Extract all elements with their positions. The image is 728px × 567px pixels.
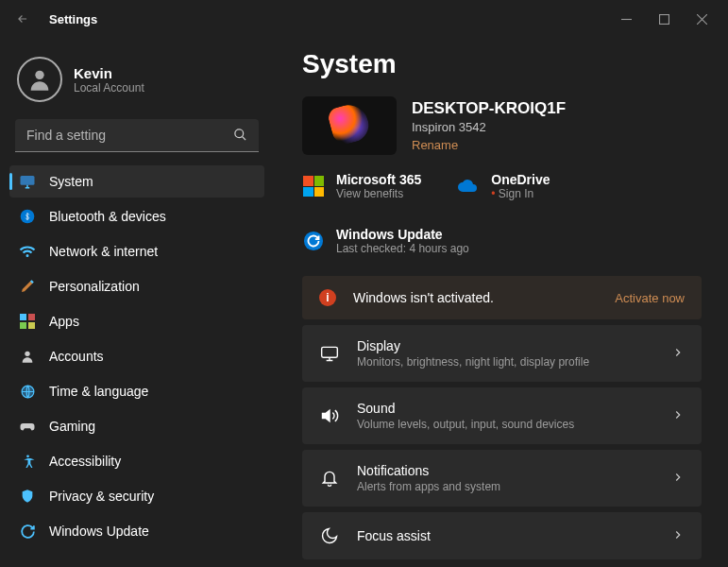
shield-icon xyxy=(19,488,36,505)
card-focus-assist[interactable]: Focus assist xyxy=(302,512,702,559)
nav-label: Time & language xyxy=(49,384,148,399)
nav-label: Accounts xyxy=(49,349,104,364)
page-title: System xyxy=(302,49,702,79)
monitor-icon xyxy=(19,173,36,190)
nav-label: Personalization xyxy=(49,279,140,294)
device-model: Inspiron 3542 xyxy=(412,120,566,134)
nav-list: System Bluetooth & devices Network & int… xyxy=(9,165,264,547)
search-input[interactable] xyxy=(15,119,259,152)
sidebar: Kevin Local Account System Bluetooth & d… xyxy=(0,38,274,567)
moon-icon xyxy=(319,525,340,546)
chevron-right-icon xyxy=(671,408,685,424)
nav-windows-update[interactable]: Windows Update xyxy=(9,515,264,547)
chevron-right-icon xyxy=(671,528,685,544)
card-notifications[interactable]: Notifications Alerts from apps and syste… xyxy=(302,450,702,507)
tile-windows-update[interactable]: Windows Update Last checked: 4 hours ago xyxy=(302,227,702,255)
ms365-icon xyxy=(302,175,325,198)
accessibility-icon xyxy=(19,453,36,470)
update-icon xyxy=(19,523,36,540)
svg-rect-7 xyxy=(20,322,26,329)
person-icon xyxy=(19,348,36,365)
user-account-type: Local Account xyxy=(74,81,144,94)
chevron-right-icon xyxy=(671,346,685,362)
svg-point-2 xyxy=(235,129,244,137)
apps-icon xyxy=(19,313,36,330)
nav-network[interactable]: Network & internet xyxy=(9,235,264,267)
svg-point-9 xyxy=(25,352,29,356)
svg-rect-0 xyxy=(659,14,669,24)
nav-label: Apps xyxy=(49,314,79,329)
nav-label: Bluetooth & devices xyxy=(49,209,166,224)
card-sub: Monitors, brightness, night light, displ… xyxy=(357,355,654,369)
bluetooth-icon xyxy=(19,208,36,225)
user-block[interactable]: Kevin Local Account xyxy=(9,45,264,119)
tile-title: OneDrive xyxy=(491,172,550,187)
tile-sub: Sign In xyxy=(491,187,550,200)
nav-accessibility[interactable]: Accessibility xyxy=(9,445,264,477)
card-sub: Alerts from apps and system xyxy=(357,480,654,493)
globe-icon xyxy=(19,383,36,400)
minimize-button[interactable] xyxy=(607,4,645,34)
main-content: System DESKTOP-KROIQ1F Inspiron 3542 Ren… xyxy=(274,38,728,567)
back-button[interactable] xyxy=(8,4,38,34)
maximize-button[interactable] xyxy=(645,4,683,34)
titlebar: Settings xyxy=(0,0,728,38)
user-name: Kevin xyxy=(74,65,144,81)
gamepad-icon xyxy=(19,418,36,435)
nav-apps[interactable]: Apps xyxy=(9,305,264,337)
alert-icon: i xyxy=(319,289,336,306)
device-info: DESKTOP-KROIQ1F Inspiron 3542 Rename xyxy=(302,96,702,155)
svg-rect-13 xyxy=(322,347,338,357)
bell-icon xyxy=(319,468,340,489)
svg-rect-8 xyxy=(28,322,35,329)
search-icon xyxy=(233,128,247,145)
tile-sub: Last checked: 4 hours ago xyxy=(336,242,469,255)
nav-bluetooth[interactable]: Bluetooth & devices xyxy=(9,200,264,232)
tile-ms365[interactable]: Microsoft 365 View benefits xyxy=(302,172,421,200)
activation-text: Windows isn't activated. xyxy=(353,290,598,305)
card-title: Focus assist xyxy=(357,528,654,543)
svg-point-1 xyxy=(35,71,43,79)
nav-label: System xyxy=(49,174,93,189)
card-sub: Volume levels, output, input, sound devi… xyxy=(357,418,654,431)
svg-point-12 xyxy=(304,232,323,250)
nav-gaming[interactable]: Gaming xyxy=(9,410,264,442)
activation-banner[interactable]: i Windows isn't activated. Activate now xyxy=(302,276,702,319)
card-sound[interactable]: Sound Volume levels, output, input, soun… xyxy=(302,387,702,444)
close-button[interactable] xyxy=(683,4,720,34)
nav-personalization[interactable]: Personalization xyxy=(9,270,264,302)
update-badge-icon xyxy=(302,230,325,252)
svg-rect-6 xyxy=(28,314,35,320)
avatar xyxy=(17,57,62,102)
device-name: DESKTOP-KROIQ1F xyxy=(412,99,566,118)
tile-title: Windows Update xyxy=(336,227,469,242)
card-title: Notifications xyxy=(357,463,654,478)
nav-system[interactable]: System xyxy=(9,165,264,198)
tile-onedrive[interactable]: OneDrive Sign In xyxy=(457,172,550,200)
wifi-icon xyxy=(19,243,36,260)
nav-label: Accessibility xyxy=(49,454,121,469)
nav-label: Privacy & security xyxy=(49,489,154,504)
card-title: Display xyxy=(357,338,654,353)
nav-label: Network & internet xyxy=(49,244,158,259)
svg-rect-3 xyxy=(21,176,35,185)
svg-point-11 xyxy=(26,455,29,457)
card-title: Sound xyxy=(357,401,654,416)
nav-label: Windows Update xyxy=(49,524,149,539)
window-title: Settings xyxy=(49,12,97,26)
nav-time-language[interactable]: Time & language xyxy=(9,375,264,407)
tile-title: Microsoft 365 xyxy=(336,172,421,187)
tile-sub: View benefits xyxy=(336,187,421,200)
sound-icon xyxy=(319,405,340,426)
card-display[interactable]: Display Monitors, brightness, night ligh… xyxy=(302,325,702,382)
nav-accounts[interactable]: Accounts xyxy=(9,340,264,372)
nav-label: Gaming xyxy=(49,419,95,434)
chevron-right-icon xyxy=(671,471,685,487)
activate-now-link[interactable]: Activate now xyxy=(615,291,685,305)
onedrive-icon xyxy=(457,175,480,198)
nav-privacy[interactable]: Privacy & security xyxy=(9,480,264,512)
device-wallpaper[interactable] xyxy=(302,96,397,155)
rename-link[interactable]: Rename xyxy=(412,138,566,152)
search-container xyxy=(15,119,259,152)
svg-rect-5 xyxy=(20,314,26,320)
